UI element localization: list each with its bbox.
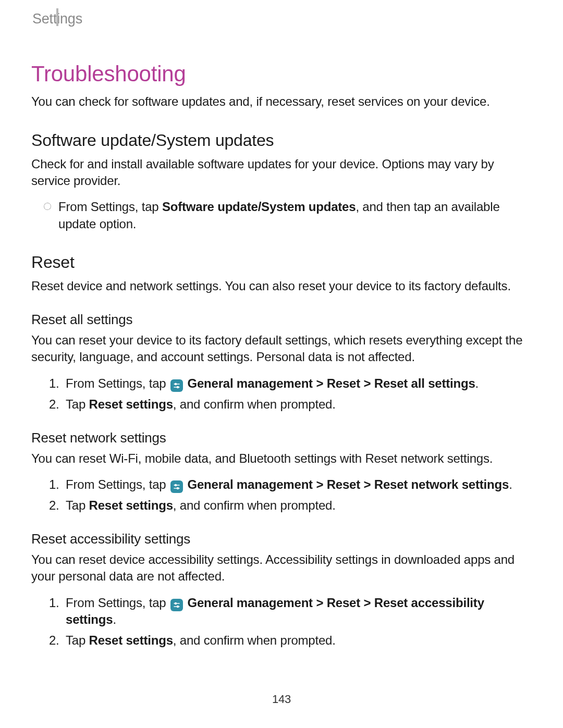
text: Tap: [66, 397, 89, 411]
text: .: [509, 477, 512, 491]
svg-point-5: [175, 485, 177, 486]
bold-text: General management > Reset > Reset all s…: [184, 376, 475, 390]
page-title: Troubleshooting: [31, 59, 532, 89]
text: From Settings, tap: [66, 596, 169, 610]
text: , and confirm when prompted.: [173, 633, 336, 647]
reset-all-steps: From Settings, tap General management > …: [31, 375, 532, 413]
text: .: [475, 376, 479, 390]
page: Settings Troubleshooting You can check f…: [0, 0, 563, 728]
bold-text: Software update/System updates: [162, 200, 356, 214]
list-item: Tap Reset settings, and confirm when pro…: [63, 497, 532, 514]
list-item: From Settings, tap Software update/Syste…: [58, 199, 532, 232]
section-reset: Reset: [31, 251, 532, 274]
list-item: Tap Reset settings, and confirm when pro…: [63, 396, 532, 413]
text: Tap: [66, 633, 89, 647]
header-rule: [56, 8, 58, 26]
software-update-list: From Settings, tap Software update/Syste…: [31, 199, 532, 232]
svg-point-9: [175, 602, 177, 604]
list-item: From Settings, tap General management > …: [63, 375, 532, 392]
reset-accessibility-steps: From Settings, tap General management > …: [31, 595, 532, 649]
general-management-icon: [170, 599, 183, 611]
text: From Settings, tap: [66, 477, 169, 491]
text: , and confirm when prompted.: [173, 498, 336, 512]
bold-text: General management > Reset > Reset netwo…: [184, 477, 509, 491]
subsection-reset-all: Reset all settings: [31, 311, 532, 329]
breadcrumb: Settings: [32, 9, 532, 28]
text: .: [113, 612, 116, 626]
reset-network-steps: From Settings, tap General management > …: [31, 476, 532, 514]
text: From Settings, tap: [58, 200, 162, 214]
general-management-icon: [170, 480, 183, 493]
list-item: Tap Reset settings, and confirm when pro…: [63, 632, 532, 649]
subsection-reset-network: Reset network settings: [31, 429, 532, 447]
intro-text: You can check for software updates and, …: [31, 93, 532, 110]
software-update-body: Check for and install available software…: [31, 156, 532, 190]
bold-text: Reset settings: [89, 633, 173, 647]
reset-body: Reset device and network settings. You c…: [31, 278, 532, 294]
page-header: Settings: [31, 0, 532, 33]
svg-point-3: [177, 386, 179, 388]
text: , and confirm when prompted.: [173, 397, 336, 411]
reset-all-body: You can reset your device to its factory…: [31, 332, 532, 366]
bold-text: Reset settings: [89, 397, 173, 411]
bold-text: Reset settings: [89, 498, 173, 512]
reset-accessibility-body: You can reset device accessibility setti…: [31, 551, 532, 585]
list-item: From Settings, tap General management > …: [63, 476, 532, 493]
list-item: From Settings, tap General management > …: [63, 595, 532, 628]
svg-point-11: [177, 606, 179, 607]
svg-point-1: [175, 383, 177, 385]
subsection-reset-accessibility: Reset accessibility settings: [31, 530, 532, 548]
general-management-icon: [170, 379, 183, 392]
section-software-update: Software update/System updates: [31, 129, 532, 152]
text: From Settings, tap: [66, 376, 169, 390]
svg-point-7: [177, 488, 179, 489]
reset-network-body: You can reset Wi-Fi, mobile data, and Bl…: [31, 450, 532, 467]
page-number: 143: [0, 692, 563, 707]
text: Tap: [66, 498, 89, 512]
